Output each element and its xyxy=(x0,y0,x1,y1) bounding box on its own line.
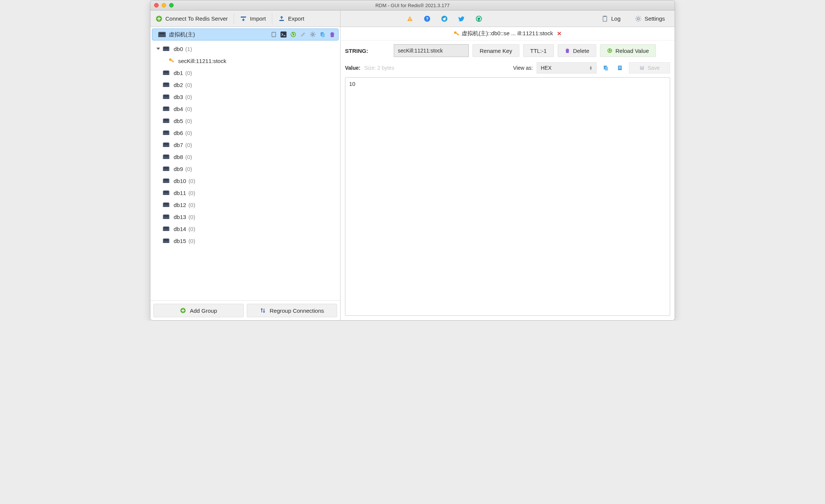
key-icon xyxy=(168,58,174,64)
save-button: Save xyxy=(629,62,670,74)
sort-icon xyxy=(260,308,266,314)
reload-value-button[interactable]: Reload Value xyxy=(600,44,656,57)
format-value-button[interactable] xyxy=(615,63,625,73)
svg-rect-22 xyxy=(566,49,568,50)
db-row[interactable]: db5 (0) xyxy=(150,115,340,127)
add-group-button[interactable]: Add Group xyxy=(153,304,244,317)
value-meta-row: Value: Size: 2 bytes View as: HEX ▲▼ Sav… xyxy=(340,60,675,77)
settings-label: Settings xyxy=(645,15,665,22)
database-icon xyxy=(163,70,170,75)
svg-point-23 xyxy=(608,48,612,53)
duplicate-icon[interactable] xyxy=(320,32,326,38)
trash-icon[interactable] xyxy=(329,32,335,38)
clipboard-icon[interactable] xyxy=(271,32,277,38)
terminal-icon[interactable] xyxy=(280,32,286,38)
connect-button[interactable]: Connect To Redis Server xyxy=(150,10,233,27)
key-type-label: STRING: xyxy=(345,48,390,54)
tab[interactable]: 虚拟机(主)::db0::se ... ill:11211:stock ✕ xyxy=(453,30,561,37)
svg-point-21 xyxy=(454,31,456,33)
db-name: db9 xyxy=(174,166,183,172)
db-name: db3 xyxy=(174,94,183,100)
settings-button[interactable]: Settings xyxy=(631,10,669,27)
svg-rect-3 xyxy=(410,18,410,20)
document-icon xyxy=(617,65,623,71)
db-name: db2 xyxy=(174,82,183,88)
db-row[interactable]: db9 (0) xyxy=(150,163,340,175)
svg-rect-27 xyxy=(619,67,621,67)
import-button[interactable]: Import xyxy=(235,10,271,27)
edit-icon[interactable] xyxy=(300,32,306,38)
help-icon[interactable]: ? xyxy=(424,15,430,22)
svg-point-11 xyxy=(637,18,639,20)
db-row[interactable]: db3 (0) xyxy=(150,91,340,103)
rename-key-button[interactable]: Rename Key xyxy=(472,44,519,57)
gear-icon[interactable] xyxy=(310,32,316,38)
svg-rect-12 xyxy=(272,32,276,37)
db-row[interactable]: db13 (0) xyxy=(150,211,340,223)
db-row[interactable]: db11 (0) xyxy=(150,187,340,199)
db-row[interactable]: db7 (0) xyxy=(150,139,340,151)
db-row[interactable]: db1 (0) xyxy=(150,67,340,79)
database-tree: db0 (1)secKill:11211:stockdb1 (0)db2 (0)… xyxy=(150,42,340,300)
window-minimize-button[interactable] xyxy=(162,3,166,8)
svg-rect-25 xyxy=(605,67,608,70)
body: 虚拟机(主) db0 (1)secKill:11211:stockdb1 (0)… xyxy=(150,27,675,320)
ttl-button[interactable]: TTL:-1 xyxy=(523,44,554,57)
warning-icon[interactable] xyxy=(406,15,413,22)
log-button[interactable]: Log xyxy=(598,10,624,27)
db-row[interactable]: db12 (0) xyxy=(150,199,340,211)
db-name: db14 xyxy=(174,226,186,232)
svg-point-15 xyxy=(312,34,314,36)
svg-rect-4 xyxy=(410,20,410,21)
window-controls xyxy=(154,3,174,8)
database-icon xyxy=(163,94,170,99)
db-row[interactable]: db2 (0) xyxy=(150,79,340,91)
twitter-icon[interactable] xyxy=(458,15,465,22)
reload-icon[interactable] xyxy=(290,32,296,38)
export-label: Export xyxy=(288,15,304,22)
plus-circle-icon xyxy=(156,15,162,22)
delete-key-button[interactable]: Delete xyxy=(558,44,596,57)
telegram-icon[interactable] xyxy=(441,15,448,22)
regroup-button[interactable]: Regroup Connections xyxy=(247,304,337,317)
social-icons: ? xyxy=(406,15,482,22)
connection-toolbar xyxy=(271,32,335,38)
db-row[interactable]: db14 (0) xyxy=(150,223,340,235)
import-label: Import xyxy=(250,15,266,22)
window-maximize-button[interactable] xyxy=(169,3,174,8)
connect-label: Connect To Redis Server xyxy=(165,15,228,22)
db-row[interactable]: db15 (0) xyxy=(150,235,340,247)
svg-rect-28 xyxy=(619,68,621,68)
tabbar: 虚拟机(主)::db0::se ... ill:11211:stock ✕ xyxy=(340,27,675,40)
connection-row[interactable]: 虚拟机(主) xyxy=(152,28,339,40)
key-name-input[interactable]: secKill:11211:stock xyxy=(394,44,469,57)
svg-rect-2 xyxy=(279,20,284,21)
svg-rect-1 xyxy=(241,16,246,18)
tab-close-icon[interactable]: ✕ xyxy=(557,30,562,37)
reload-icon xyxy=(607,48,612,53)
db-count: (0) xyxy=(185,118,192,124)
database-icon xyxy=(163,142,170,147)
view-as-label: View as: xyxy=(513,65,533,71)
window-close-button[interactable] xyxy=(154,3,159,8)
export-icon xyxy=(278,15,285,22)
copy-value-button[interactable] xyxy=(600,63,611,73)
value-editor[interactable]: 10 xyxy=(345,77,670,316)
toolbar: Connect To Redis Server Import Export ? xyxy=(150,10,675,27)
gear-icon xyxy=(635,15,642,22)
db-name: db15 xyxy=(174,238,186,244)
db-count: (0) xyxy=(185,94,192,100)
view-mode-select[interactable]: HEX ▲▼ xyxy=(537,62,597,74)
github-icon[interactable] xyxy=(476,15,482,22)
db-row[interactable]: db6 (0) xyxy=(150,127,340,139)
db-row[interactable]: db10 (0) xyxy=(150,175,340,187)
db-count: (0) xyxy=(185,106,192,112)
export-button[interactable]: Export xyxy=(273,10,309,27)
db-row[interactable]: db4 (0) xyxy=(150,103,340,115)
db-row[interactable]: db8 (0) xyxy=(150,151,340,163)
db-row[interactable]: db0 (1) xyxy=(150,43,340,55)
plus-circle-icon xyxy=(180,308,186,314)
db-count: (0) xyxy=(185,142,192,148)
key-row[interactable]: secKill:11211:stock xyxy=(150,55,340,67)
db-count: (0) xyxy=(185,166,192,172)
